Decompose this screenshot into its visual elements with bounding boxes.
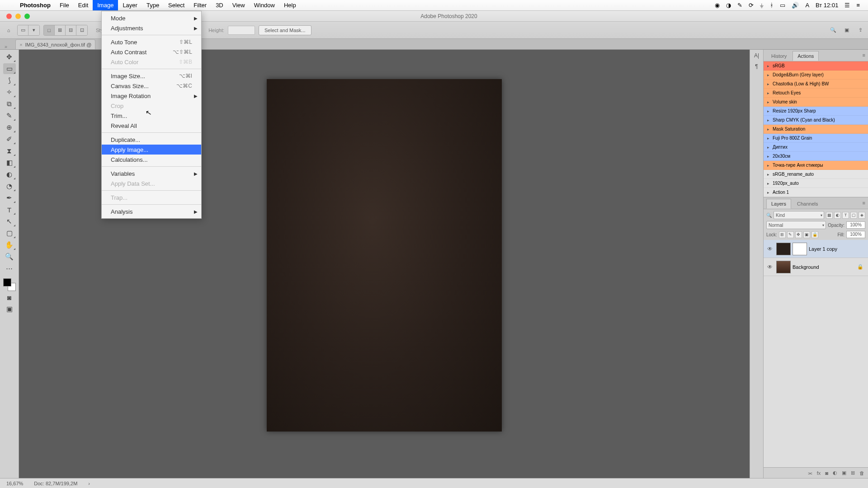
add-selection[interactable]: ⊞: [55, 25, 66, 35]
paragraph-panel-icon[interactable]: ¶: [755, 63, 758, 70]
dropbox-icon[interactable]: ⟳: [749, 2, 754, 9]
delete-layer-icon[interactable]: 🗑: [859, 470, 864, 476]
zoom-level[interactable]: 16,67%: [6, 481, 23, 486]
eraser-tool[interactable]: ◧: [3, 157, 16, 168]
dodge-tool[interactable]: ◔: [3, 181, 16, 192]
tab-scroll-chevron[interactable]: »: [0, 44, 12, 49]
lock-pixels-icon[interactable]: ✎: [787, 231, 794, 238]
group-icon[interactable]: ▣: [842, 470, 846, 476]
spotlight-icon[interactable]: ◉: [715, 2, 720, 9]
menu-item-reveal-all[interactable]: Reveal All: [102, 121, 201, 131]
action-item[interactable]: ▸1920px_auto: [764, 179, 868, 188]
notification-icon[interactable]: ≡: [856, 2, 860, 9]
marquee-tool[interactable]: ▭: [3, 63, 16, 74]
home-button[interactable]: ⌂: [4, 25, 14, 35]
filter-kind-select[interactable]: Kind: [774, 211, 824, 219]
menu-item-auto-contrast[interactable]: Auto Contrast⌥⇧⌘L: [102, 47, 201, 57]
menu-item-analysis[interactable]: Analysis▶: [102, 206, 201, 216]
menu-item-auto-tone[interactable]: Auto Tone⇧⌘L: [102, 37, 201, 47]
menu-item-adjustments[interactable]: Adjustments▶: [102, 23, 201, 33]
layer-row[interactable]: 👁Background🔒: [764, 258, 868, 276]
battery-icon[interactable]: ▭: [780, 2, 785, 9]
clock[interactable]: Вт 12:01: [816, 2, 838, 9]
subtract-selection[interactable]: ⊟: [66, 25, 76, 35]
channels-tab[interactable]: Channels: [792, 199, 823, 209]
character-panel-icon[interactable]: A|: [754, 52, 759, 59]
creative-cloud-icon[interactable]: ✎: [737, 2, 742, 9]
filter-type-icon[interactable]: T: [842, 212, 849, 219]
intersect-selection[interactable]: ⊡: [76, 25, 87, 35]
menu-filter[interactable]: Filter: [189, 0, 211, 10]
shape-tool[interactable]: ▢: [3, 228, 16, 239]
document-tab[interactable]: × IMG_6343_плохой_фон.tif @: [15, 39, 95, 49]
panel-menu-icon[interactable]: ≡: [863, 200, 865, 206]
menu-item-image-size[interactable]: Image Size...⌥⌘I: [102, 71, 201, 81]
hand-tool[interactable]: ✋: [3, 239, 16, 250]
new-selection[interactable]: □: [44, 25, 55, 35]
edit-toolbar[interactable]: ⋯: [3, 263, 16, 274]
visibility-toggle[interactable]: 👁: [764, 246, 776, 252]
menu-item-image-rotation[interactable]: Image Rotation▶: [102, 91, 201, 101]
magic-wand-tool[interactable]: ✧: [3, 87, 16, 98]
menu-item-trim[interactable]: Trim...: [102, 111, 201, 121]
layer-mask-icon[interactable]: ◙: [825, 470, 828, 476]
menu-select[interactable]: Select: [164, 0, 189, 10]
link-layers-icon[interactable]: ⫘: [807, 470, 812, 476]
action-item[interactable]: ▸Retouch Eyes: [764, 89, 868, 98]
menu-edit[interactable]: Edit: [74, 0, 93, 10]
brush-tool[interactable]: ✐: [3, 134, 16, 145]
app-name[interactable]: Photoshop: [15, 2, 55, 9]
action-item[interactable]: ▸Точка-тире Аня стикеры: [764, 161, 868, 170]
visibility-toggle[interactable]: 👁: [764, 264, 776, 270]
actions-tab[interactable]: Actions: [793, 51, 819, 61]
menu-item-mode[interactable]: Mode▶: [102, 13, 201, 23]
path-select-tool[interactable]: ↖: [3, 216, 16, 227]
search-icon[interactable]: ☰: [844, 2, 850, 9]
action-item[interactable]: ▸Sharp CMYK (Cyan and Black): [764, 116, 868, 125]
zoom-tool[interactable]: 🔍: [3, 251, 16, 262]
lock-artboard-icon[interactable]: ▣: [803, 231, 810, 238]
action-item[interactable]: ▸20х30см: [764, 152, 868, 161]
adjustment-layer-icon[interactable]: ◐: [833, 470, 837, 476]
action-item[interactable]: ▸Mask Saturation: [764, 125, 868, 134]
lock-position-icon[interactable]: ✥: [795, 231, 802, 238]
type-tool[interactable]: T: [3, 204, 16, 215]
layer-style-icon[interactable]: fx: [817, 470, 821, 476]
action-item[interactable]: ▸Resize 1920px Sharp: [764, 107, 868, 116]
quick-mask[interactable]: ◙: [3, 292, 16, 303]
menu-item-variables[interactable]: Variables▶: [102, 169, 201, 178]
menu-3d[interactable]: 3D: [211, 0, 228, 10]
layer-thumbnail[interactable]: [776, 243, 791, 255]
filter-shape-icon[interactable]: ▢: [850, 212, 857, 219]
menu-image[interactable]: Image: [93, 0, 118, 10]
action-item[interactable]: ▸Диптих: [764, 143, 868, 152]
wifi-icon[interactable]: ⏚: [760, 2, 764, 9]
layer-row[interactable]: 👁Layer 1 copy: [764, 240, 868, 258]
maximize-window[interactable]: [24, 14, 30, 19]
marquee-tool-preset[interactable]: ▭▾: [17, 25, 40, 36]
screen-mode[interactable]: ▣: [3, 304, 16, 314]
lasso-tool[interactable]: ⟆: [3, 75, 16, 86]
move-tool[interactable]: ✥: [3, 52, 16, 62]
status-flyout-chevron[interactable]: ›: [88, 481, 90, 486]
gradient-tool[interactable]: ◐: [3, 169, 16, 180]
action-item[interactable]: ▸sRGB: [764, 61, 868, 70]
menu-item-canvas-size[interactable]: Canvas Size...⌥⌘C: [102, 81, 201, 91]
select-and-mask-button[interactable]: Select and Mask...: [259, 25, 311, 35]
close-tab-icon[interactable]: ×: [19, 42, 22, 47]
share-icon[interactable]: ⇪: [856, 26, 864, 34]
menu-layer[interactable]: Layer: [118, 0, 142, 10]
height-field[interactable]: [228, 26, 255, 35]
blend-mode-select[interactable]: Normal: [766, 221, 826, 229]
cloud-sync-icon[interactable]: ◑: [726, 2, 731, 9]
color-swatches[interactable]: [3, 278, 16, 291]
fill-field[interactable]: 100%: [846, 231, 865, 238]
filter-smart-icon[interactable]: ◈: [859, 212, 865, 219]
menu-item-calculations[interactable]: Calculations...: [102, 155, 201, 164]
crop-tool[interactable]: ⧉: [3, 99, 16, 109]
input-source[interactable]: A: [805, 2, 809, 9]
workspace-icon[interactable]: ▣: [843, 26, 851, 34]
layer-thumbnail[interactable]: [776, 261, 791, 273]
action-item[interactable]: ▸Volume skin: [764, 98, 868, 107]
history-tab[interactable]: History: [766, 51, 792, 61]
